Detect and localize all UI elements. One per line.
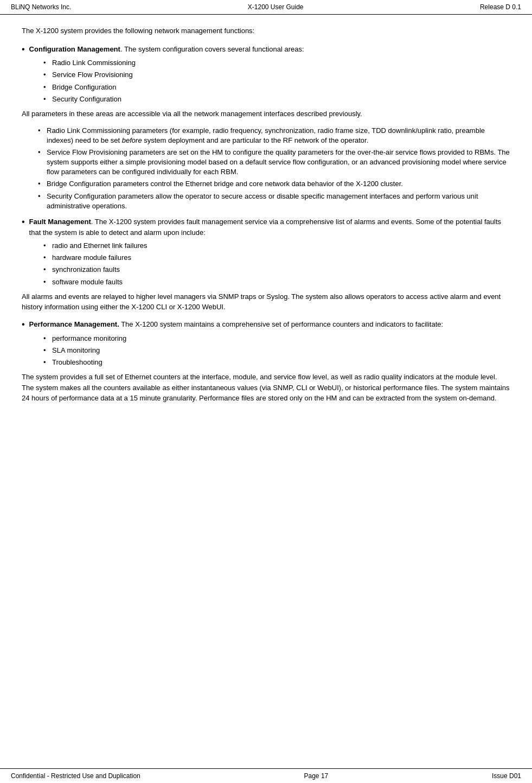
fault-mgmt-text: Fault Management. The X-1200 system prov… [29,217,510,238]
config-para-after: All parameters in these areas are access… [22,109,510,119]
list-item: Radio Link Commissioning parameters (for… [38,126,510,145]
header-left: BLiNQ Networks Inc. [11,3,71,11]
section-perf-mgmt: • Performance Management. The X-1200 sys… [22,319,510,404]
list-item: radio and Ethernet link failures [43,241,510,251]
page-header: BLiNQ Networks Inc. X-1200 User Guide Re… [0,0,532,15]
list-item: Service Flow Provisioning [43,70,510,80]
header-right: Release D 0.1 [480,3,521,11]
section-fault-mgmt: • Fault Management. The X-1200 system pr… [22,217,510,313]
fault-para-after: All alarms and events are relayed to hig… [22,291,510,313]
list-item: synchronization faults [43,265,510,275]
config-mgmt-text: Configuration Management. The system con… [29,44,510,55]
list-item: Service Flow Provisioning parameters are… [38,148,510,177]
section-config-mgmt: • Configuration Management. The system c… [22,44,510,212]
list-item: Radio Link Commissioning [43,58,510,68]
fault-sub-list: radio and Ethernet link failures hardwar… [22,241,510,287]
header-center: X-1200 User Guide [248,3,304,11]
config-mgmt-suffix: . The system configuration covers severa… [120,45,304,53]
bullet-icon: • [22,319,25,330]
perf-para-after: The system provides a full set of Ethern… [22,372,510,404]
config-sub-list: Radio Link Commissioning Service Flow Pr… [22,58,510,104]
perf-mgmt-title: Performance Management. [29,320,119,328]
page-footer: Confidential - Restricted Use and Duplic… [0,768,532,783]
main-content: The X-1200 system provides the following… [0,15,532,443]
fault-mgmt-suffix: . The X-1200 system provides fault manag… [29,218,501,237]
list-item: SLA monitoring [43,346,510,355]
footer-left: Confidential - Restricted Use and Duplic… [11,772,140,780]
list-item: Troubleshooting [43,358,510,367]
footer-center: Page 17 [304,772,329,780]
list-item: hardware module failures [43,253,510,263]
list-item: software module faults [43,277,510,287]
perf-mgmt-suffix: The X-1200 system maintains a comprehens… [119,320,443,328]
list-item: Security Configuration [43,94,510,104]
perf-mgmt-text: Performance Management. The X-1200 syste… [29,319,510,330]
bullet-icon: • [22,44,25,55]
intro-paragraph: The X-1200 system provides the following… [22,26,510,36]
footer-right: Issue D01 [492,772,521,780]
perf-sub-list: performance monitoring SLA monitoring Tr… [22,334,510,368]
list-item: Bridge Configuration [43,82,510,92]
list-item: performance monitoring [43,334,510,343]
list-item: Security Configuration parameters allow … [38,192,510,211]
fault-mgmt-title: Fault Management [29,218,91,226]
bullet-icon: • [22,217,25,228]
config-detail-list: Radio Link Commissioning parameters (for… [22,126,510,212]
config-mgmt-title: Configuration Management [29,45,120,53]
sections-list: • Configuration Management. The system c… [22,44,510,404]
list-item: Bridge Configuration parameters control … [38,179,510,189]
